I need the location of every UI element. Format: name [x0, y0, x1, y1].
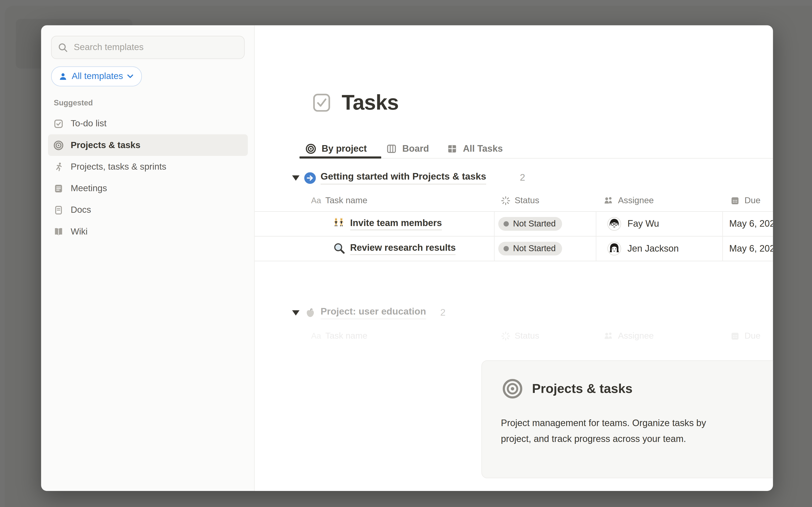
board-icon: [386, 143, 397, 154]
runner-icon: [53, 161, 64, 172]
column-assignee: Assignee: [603, 325, 654, 346]
sidebar-item-label: Docs: [70, 205, 91, 215]
sidebar-item-label: Meetings: [70, 183, 107, 193]
text-Aa-icon: Aa: [311, 331, 321, 341]
column-task-name: Aa Task name: [311, 325, 367, 346]
sidebar-item-wiki[interactable]: Wiki: [48, 221, 248, 242]
group-count: 2: [440, 307, 446, 318]
collapse-triangle-icon[interactable]: [292, 175, 299, 181]
chevron-down-icon: [127, 74, 134, 78]
todo-checkbox-icon: [53, 118, 64, 129]
assignee-name[interactable]: Jen Jackson: [627, 243, 679, 254]
apple-emoji: [304, 307, 316, 319]
tab-by-project[interactable]: By project: [305, 138, 367, 159]
search-templates-field[interactable]: [51, 36, 245, 59]
meeting-notes-icon: [53, 183, 64, 193]
due-date[interactable]: May 6, 202: [729, 218, 773, 229]
group-count: 2: [520, 172, 525, 183]
tab-label: Board: [402, 143, 429, 154]
status-dot-icon: [504, 221, 509, 226]
card-header: Projects & tasks: [502, 378, 633, 399]
status-badge[interactable]: Not Started: [498, 217, 562, 230]
calendar-icon: [730, 195, 740, 206]
sidebar-item-todo-list[interactable]: To-do list: [48, 113, 248, 134]
sidebar-item-meetings[interactable]: Meetings: [48, 177, 248, 199]
sidebar-item-docs[interactable]: Docs: [48, 199, 248, 221]
status-badge[interactable]: Not Started: [498, 241, 562, 255]
column-due[interactable]: Due: [730, 190, 760, 211]
dancers-emoji: [333, 217, 346, 230]
search-icon: [58, 43, 68, 52]
group-header-user-education: Project: user education 2: [255, 305, 773, 320]
tab-board[interactable]: Board: [386, 138, 429, 159]
assignee-name[interactable]: Fay Wu: [627, 218, 659, 229]
target-icon: [305, 143, 316, 154]
group-title[interactable]: Getting started with Projects & tasks: [320, 171, 486, 184]
text-Aa-icon: Aa: [311, 195, 321, 205]
column-due: Due: [730, 325, 760, 346]
template-gallery-modal: All templates Suggested To-do list: [41, 25, 773, 491]
avatar: [608, 241, 621, 255]
calendar-icon: [730, 331, 740, 341]
spinner-icon: [501, 195, 510, 205]
group-title[interactable]: Project: user education: [320, 306, 426, 319]
sidebar-item-label: To-do list: [70, 118, 107, 129]
person-icon: [59, 72, 67, 81]
column-label: Due: [745, 195, 761, 205]
tab-label: All Tasks: [463, 143, 503, 154]
sidebar-item-projects-tasks-sprints[interactable]: Projects, tasks & sprints: [48, 156, 248, 177]
search-input[interactable]: [73, 42, 238, 53]
target-icon: [502, 378, 523, 399]
column-label: Due: [745, 331, 761, 341]
column-status: Status: [501, 325, 539, 346]
card-title: Projects & tasks: [532, 381, 632, 396]
table-column-headers-faded: Aa Task name Status Assignee: [255, 325, 773, 346]
group-header-getting-started: Getting started with Projects & tasks 2: [255, 171, 773, 185]
checkbox-icon: [312, 93, 332, 113]
column-label: Task name: [325, 195, 367, 205]
all-templates-filter[interactable]: All templates: [51, 66, 142, 87]
blue-arrow-circle-icon: [304, 172, 316, 184]
avatar: [608, 217, 621, 230]
tab-all-tasks[interactable]: All Tasks: [447, 138, 503, 159]
column-status[interactable]: Status: [501, 190, 539, 211]
sidebar-item-projects-tasks[interactable]: Projects & tasks: [48, 134, 248, 156]
table-column-headers: Aa Task name Status Assignee: [255, 190, 773, 212]
people-icon: [603, 195, 614, 206]
screen: All templates Suggested To-do list: [0, 0, 812, 507]
template-info-card: Projects & tasks Project management for …: [481, 360, 773, 478]
task-link[interactable]: Review research results: [350, 242, 456, 255]
active-tab-underline: [299, 157, 381, 159]
column-label: Task name: [325, 331, 367, 341]
column-divider: [494, 211, 494, 261]
status-dot-icon: [504, 246, 509, 251]
sidebar-section-label: Suggested: [54, 99, 93, 107]
column-label: Status: [515, 195, 540, 205]
column-divider: [722, 211, 723, 261]
template-preview: Tasks By project Board All Tasks: [255, 25, 773, 491]
task-link[interactable]: Invite team members: [350, 217, 442, 230]
book-icon: [53, 226, 64, 237]
sidebar-item-label: Projects & tasks: [70, 140, 140, 151]
column-label: Status: [515, 331, 540, 341]
spinner-icon: [501, 331, 510, 341]
status-label: Not Started: [513, 243, 556, 253]
column-divider: [596, 211, 596, 261]
sidebar-item-label: Projects, tasks & sprints: [70, 161, 166, 172]
docs-icon: [53, 205, 64, 215]
sidebar-item-label: Wiki: [70, 226, 88, 237]
table-row: Invite team members Not Started Fay Wu M…: [255, 211, 773, 237]
column-assignee[interactable]: Assignee: [603, 190, 654, 211]
grid-table-icon: [447, 143, 458, 154]
column-label: Assignee: [618, 331, 654, 341]
column-task-name[interactable]: Aa Task name: [311, 190, 367, 211]
tab-label: By project: [322, 143, 367, 154]
target-icon: [53, 140, 64, 151]
sidebar-nav: To-do list Projects & tasks Projects, ta…: [48, 113, 248, 242]
column-label: Assignee: [618, 195, 654, 205]
collapse-triangle-icon[interactable]: [292, 310, 299, 316]
due-date[interactable]: May 6, 202: [729, 243, 773, 254]
status-label: Not Started: [513, 219, 556, 228]
sidebar: All templates Suggested To-do list: [41, 25, 255, 491]
filter-label: All templates: [72, 71, 123, 82]
